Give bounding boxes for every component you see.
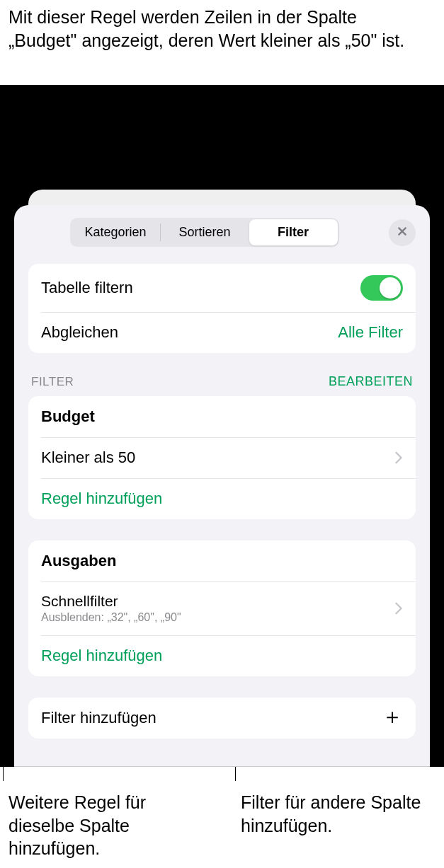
sheet-header: Kategorien Sortieren Filter <box>14 205 430 255</box>
filter-table-row: Tabelle filtern <box>28 264 416 312</box>
match-value: Alle Filter <box>338 323 403 342</box>
expenses-title: Ausgaben <box>41 552 403 570</box>
plus-icon: ＋ <box>382 706 403 727</box>
chevron-right-icon <box>394 602 403 615</box>
tab-categories[interactable]: Kategorien <box>72 219 160 245</box>
bottom-divider <box>14 766 430 767</box>
budget-rule-label: Kleiner als 50 <box>41 449 387 467</box>
add-filter-card: Filter hinzufügen ＋ <box>28 698 416 739</box>
chevron-right-icon <box>394 451 403 464</box>
close-icon <box>397 226 408 240</box>
add-filter-row[interactable]: Filter hinzufügen ＋ <box>28 698 416 739</box>
budget-add-rule-label: Regel hinzufügen <box>41 490 162 508</box>
budget-title: Budget <box>41 407 403 426</box>
annotation-bottom-left: Weitere Regel für dieselbe Spalte hinzuf… <box>8 791 207 860</box>
tab-filter[interactable]: Filter <box>249 219 338 245</box>
close-button[interactable] <box>389 219 416 246</box>
quickfilter-label: Schnellfilter <box>41 593 387 610</box>
expenses-add-rule-label: Regel hinzufügen <box>41 647 162 665</box>
filter-group-budget: Budget Kleiner als 50 Regel hinzufügen <box>28 396 416 519</box>
add-filter-label: Filter hinzufügen <box>41 709 382 727</box>
expenses-header-row: Ausgaben <box>28 540 416 581</box>
match-label: Abgleichen <box>41 323 338 342</box>
annotation-top: Mit dieser Regel werden Zeilen in der Sp… <box>8 6 430 52</box>
expenses-add-rule-row[interactable]: Regel hinzufügen <box>28 635 416 676</box>
expenses-quickfilter-row[interactable]: Schnellfilter Ausblenden: „32", „60", „9… <box>28 581 416 635</box>
budget-header-row: Budget <box>28 396 416 437</box>
sheet-content: Tabelle filtern Abgleichen Alle Filter F… <box>14 264 430 739</box>
filter-section-header: Filter Bearbeiten <box>28 374 416 396</box>
filter-sheet: Kategorien Sortieren Filter Tab <box>14 205 430 767</box>
filter-section-title: Filter <box>31 375 74 389</box>
filter-edit-button[interactable]: Bearbeiten <box>329 374 413 389</box>
annotation-bottom-right: Filter für andere Spalte hinzufügen. <box>241 791 425 837</box>
filter-table-label: Tabelle filtern <box>41 279 360 297</box>
tab-sort[interactable]: Sortieren <box>161 219 249 245</box>
filter-table-toggle[interactable] <box>360 275 403 301</box>
toggle-knob <box>380 277 401 299</box>
match-row[interactable]: Abgleichen Alle Filter <box>28 312 416 353</box>
filter-group-expenses: Ausgaben Schnellfilter Ausblenden: „32",… <box>28 540 416 676</box>
quickfilter-detail: Ausblenden: „32", „60", „90" <box>41 611 387 624</box>
filter-settings-card: Tabelle filtern Abgleichen Alle Filter <box>28 264 416 353</box>
device-frame: Kategorien Sortieren Filter Tab <box>0 85 444 767</box>
budget-rule-row[interactable]: Kleiner als 50 <box>28 437 416 478</box>
segmented-control[interactable]: Kategorien Sortieren Filter <box>70 218 339 247</box>
budget-add-rule-row[interactable]: Regel hinzufügen <box>28 478 416 519</box>
